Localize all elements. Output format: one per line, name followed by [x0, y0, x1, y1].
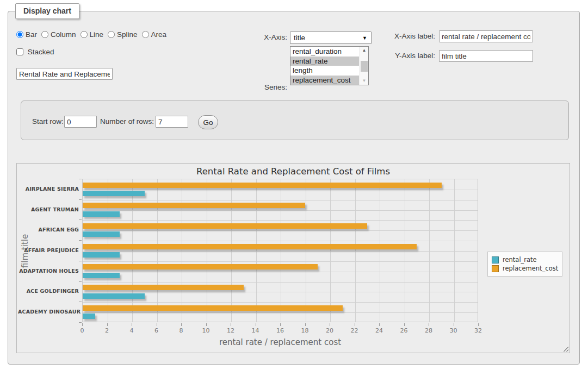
- gridline-horizontal: [83, 272, 478, 272]
- number-of-rows-input[interactable]: [156, 116, 188, 128]
- series-option-replacement_cost[interactable]: replacement_cost: [290, 76, 359, 85]
- category-label: AFFAIR PREJUDICE: [18, 247, 79, 253]
- x-axis-tick: [355, 323, 355, 326]
- scrollbar-thumb[interactable]: [361, 61, 368, 72]
- bar-rental_rate: [83, 211, 120, 217]
- gridline-horizontal: [83, 282, 478, 283]
- x-tick-label: 32: [470, 327, 486, 334]
- bar-replacement_cost: [83, 244, 417, 249]
- x-axis-tick: [478, 323, 479, 326]
- x-tick-label: 2: [99, 327, 115, 334]
- gridline-vertical: [132, 179, 133, 322]
- gridline-horizontal: [83, 302, 478, 303]
- bar-replacement_cost: [83, 223, 367, 229]
- bar-rental_rate: [83, 191, 145, 196]
- gridline-horizontal: [83, 200, 478, 200]
- gridline-vertical: [281, 179, 281, 322]
- chart-legend: rental_ratereplacement_cost: [487, 252, 562, 277]
- x-tick-label: 20: [321, 327, 338, 334]
- chart-title-input[interactable]: [16, 68, 113, 80]
- chart-type-radio-group: BarColumnLineSplineArea: [16, 29, 171, 40]
- series-listbox[interactable]: rental_durationrental_ratelengthreplacem…: [290, 46, 369, 85]
- bar-replacement_cost: [83, 285, 244, 290]
- chart-type-option-area[interactable]: Area: [142, 30, 167, 39]
- bar-rental_rate: [83, 273, 120, 278]
- gridline-horizontal: [83, 292, 478, 292]
- series-select-label: Series:: [247, 81, 287, 93]
- x-axis-tick: [107, 323, 108, 326]
- scroll-up-icon[interactable]: ▲: [360, 47, 368, 54]
- x-tick-label: 6: [148, 327, 165, 334]
- chart-type-option-column[interactable]: Column: [41, 30, 76, 39]
- x-axis-tick: [157, 323, 157, 326]
- y-axis-label-caption: Y-Axis label:: [386, 50, 435, 62]
- x-axis-tick: [454, 323, 454, 326]
- gridline-vertical: [330, 179, 331, 322]
- bar-rental_rate: [83, 293, 145, 299]
- chart-x-axis-title: rental rate / replacement cost: [82, 337, 478, 347]
- category-label: AIRPLANE SIERRA: [18, 186, 79, 192]
- chart-type-radio-line[interactable]: [81, 31, 88, 38]
- x-axis-tick: [305, 323, 306, 326]
- chart-type-option-bar[interactable]: Bar: [16, 30, 37, 39]
- chart-type-radio-bar[interactable]: [16, 31, 23, 38]
- x-axis-select-label: X-Axis:: [247, 32, 287, 43]
- x-tick-label: 22: [346, 327, 363, 334]
- stacked-checkbox-row[interactable]: Stacked: [16, 47, 54, 57]
- x-tick-label: 4: [123, 327, 140, 334]
- x-tick-label: 18: [297, 327, 313, 334]
- series-option-rental_rate[interactable]: rental_rate: [290, 57, 359, 66]
- series-options: rental_durationrental_ratelengthreplacem…: [290, 47, 359, 85]
- category-label: AGENT TRUMAN: [18, 206, 79, 212]
- chart-type-radio-area[interactable]: [142, 31, 149, 38]
- gridline-horizontal: [83, 241, 478, 241]
- chart-type-option-spline[interactable]: Spline: [108, 30, 138, 39]
- row-controls-panel: Start row: Number of rows: Go: [21, 101, 569, 140]
- y-axis-label-input[interactable]: [439, 50, 533, 62]
- gridline-vertical: [306, 179, 306, 322]
- bar-replacement_cost: [83, 203, 305, 208]
- x-axis-tick: [82, 323, 83, 326]
- x-tick-label: 26: [396, 327, 412, 334]
- dropdown-arrow-icon: ▼: [362, 33, 367, 44]
- gridline-vertical: [405, 179, 405, 322]
- x-tick-label: 12: [222, 327, 239, 334]
- series-option-length[interactable]: length: [290, 66, 359, 76]
- series-option-rental_duration[interactable]: rental_duration: [290, 47, 359, 57]
- gridline-vertical: [256, 179, 257, 322]
- x-axis-tick: [404, 323, 405, 326]
- go-button[interactable]: Go: [198, 115, 218, 129]
- resize-handle-icon[interactable]: [562, 345, 568, 352]
- gridline-horizontal: [83, 312, 478, 313]
- chart-type-text: Column: [51, 30, 76, 39]
- fieldset-legend: Display chart: [15, 3, 79, 19]
- y-axis-tick: [79, 322, 82, 323]
- bar-replacement_cost: [83, 305, 343, 311]
- plot-area: [82, 179, 478, 322]
- start-row-input[interactable]: [64, 116, 97, 128]
- scroll-down-icon[interactable]: ▼: [360, 77, 368, 85]
- gridline-vertical: [207, 179, 207, 322]
- chart-type-text: Bar: [26, 30, 37, 39]
- gridline-vertical: [380, 179, 380, 322]
- series-scrollbar[interactable]: ▲ ▼: [360, 47, 368, 85]
- start-row-label: Start row:: [32, 116, 64, 128]
- stacked-checkbox[interactable]: [16, 48, 23, 55]
- x-axis-tick: [379, 323, 380, 326]
- gridline-vertical: [454, 179, 455, 322]
- x-axis-select[interactable]: title ▼: [290, 32, 372, 44]
- x-axis-label-caption: X-Axis label:: [386, 30, 435, 42]
- chart-type-option-line[interactable]: Line: [81, 30, 104, 39]
- x-tick-label: 30: [445, 327, 462, 334]
- x-axis-tick: [206, 323, 207, 326]
- chart-type-radio-spline[interactable]: [108, 31, 115, 38]
- x-axis-label-input[interactable]: [439, 30, 533, 42]
- x-tick-label: 0: [74, 327, 90, 334]
- bar-rental_rate: [83, 313, 95, 319]
- y-axis-tick: [79, 302, 82, 302]
- gridline-horizontal: [83, 210, 478, 211]
- y-axis-tick: [79, 261, 82, 261]
- bar-replacement_cost: [83, 183, 442, 188]
- chart-type-radio-column[interactable]: [41, 31, 48, 38]
- x-axis-tick: [256, 323, 256, 326]
